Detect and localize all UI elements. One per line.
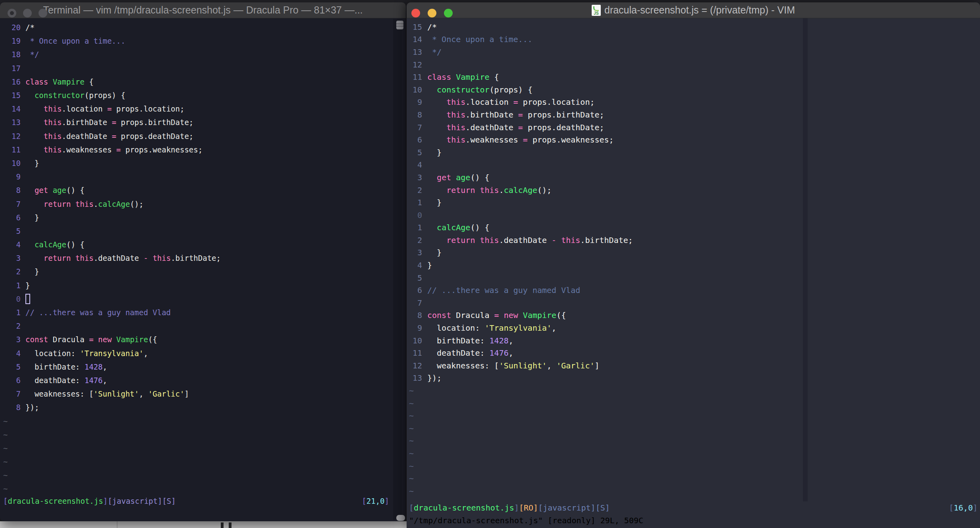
code-line[interactable]: 12 this.deathDate = props.deathDate;: [0, 129, 406, 143]
code-token: this: [44, 132, 62, 141]
code-token: {: [490, 72, 499, 82]
code-token: class: [25, 77, 48, 86]
macvim-buffer[interactable]: 15/*14 * Once upon a time...13 */1211cla…: [407, 21, 980, 497]
close-button[interactable]: [411, 9, 420, 17]
code-line[interactable]: 3 get age() {: [407, 171, 980, 184]
code-line[interactable]: 8const Dracula = new Vampire({: [407, 309, 980, 322]
code-token: [25, 118, 44, 127]
code-line[interactable]: 6// ...there was a guy named Vlad: [407, 284, 980, 297]
code-line[interactable]: 14 this.location = props.location;: [0, 102, 406, 116]
code-token: [25, 91, 35, 100]
code-line[interactable]: 2 return this.deathDate - this.birthDate…: [407, 234, 980, 247]
code-line[interactable]: 4 calcAge() {: [0, 238, 406, 251]
line-number: 18: [6, 50, 21, 59]
code-line[interactable]: 2 return this.calcAge();: [407, 184, 980, 197]
code-token: {: [85, 77, 94, 86]
code-line[interactable]: 15/*: [407, 21, 980, 33]
zoom-button[interactable]: [39, 9, 47, 17]
code-line[interactable]: 5 }: [407, 146, 980, 159]
code-line[interactable]: 11class Vampire {: [407, 71, 980, 83]
code-line[interactable]: 1 calcAge() {: [407, 222, 980, 234]
terminal-titlebar[interactable]: Terminal — vim /tmp/dracula-screenshot.j…: [0, 2, 406, 18]
minimize-button[interactable]: [23, 9, 32, 17]
code-line[interactable]: 18 */: [0, 48, 406, 61]
status-segment: [javascript]: [538, 503, 596, 513]
code-line[interactable]: 13 this.birthDate = props.birthDate;: [0, 116, 406, 129]
code-line[interactable]: 1// ...there was a guy named Vlad: [0, 306, 406, 319]
code-line[interactable]: 5: [0, 224, 406, 238]
code-line[interactable]: 12: [407, 58, 980, 71]
code-line[interactable]: 7 return this.calcAge();: [0, 197, 406, 210]
terminal-vim-statusline: [dracula-screenshot.js][javascript][S] […: [0, 494, 406, 508]
code-line[interactable]: 0: [407, 209, 980, 222]
code-line[interactable]: 16class Vampire {: [0, 75, 406, 89]
code-token: =: [518, 110, 523, 119]
code-line[interactable]: 4 location: 'Transylvania',: [0, 347, 406, 360]
code-line[interactable]: 12 weaknesses: ['Sunlight', 'Garlic']: [407, 359, 980, 372]
code-line[interactable]: 20/*: [0, 21, 406, 34]
code-line[interactable]: 3 return this.deathDate - this.birthDate…: [0, 251, 406, 265]
terminal-vim-buffer[interactable]: 20/*19 * Once upon a time...18 */1716cla…: [0, 21, 406, 496]
code-token: const: [25, 335, 48, 344]
document-proxy-icon[interactable]: JS: [592, 5, 601, 16]
code-line[interactable]: 8 get age() {: [0, 183, 406, 197]
code-token: ({: [148, 335, 157, 344]
code-token: 'Garlic': [148, 389, 185, 398]
code-token: });: [25, 403, 39, 412]
code-line[interactable]: 11 this.weaknesses = props.weaknesses;: [0, 143, 406, 156]
code-line[interactable]: 8});: [0, 401, 406, 414]
close-button[interactable]: [8, 9, 16, 17]
code-line[interactable]: 6 this.weaknesses = props.weaknesses;: [407, 133, 980, 146]
code-line[interactable]: 9: [0, 170, 406, 183]
code-line[interactable]: 7 this.deathDate = props.deathDate;: [407, 121, 980, 134]
code-token: }: [25, 159, 39, 168]
empty-buffer-line: ~: [0, 414, 406, 428]
zoom-button[interactable]: [444, 9, 453, 17]
code-line[interactable]: 11 deathDate: 1476,: [407, 347, 980, 359]
code-line[interactable]: 5 birthDate: 1428,: [0, 360, 406, 374]
code-line[interactable]: 19 * Once upon a time...: [0, 34, 406, 48]
code-line[interactable]: 1 }: [407, 196, 980, 209]
minimize-button[interactable]: [428, 9, 436, 17]
code-line[interactable]: 4: [407, 159, 980, 172]
code-line[interactable]: 10 }: [0, 156, 406, 170]
code-line[interactable]: 15 constructor(props) {: [0, 89, 406, 102]
macvim-titlebar[interactable]: JS dracula-screenshot.js = (/private/tmp…: [407, 2, 980, 18]
terminal-scrollbar-thumb[interactable]: [396, 21, 403, 29]
code-line[interactable]: 2: [0, 319, 406, 333]
code-line[interactable]: 3const Dracula = new Vampire({: [0, 333, 406, 346]
status-segment: [S]: [596, 503, 610, 513]
code-token: [25, 104, 44, 113]
code-line[interactable]: 5: [407, 272, 980, 284]
status-segment: 16,0: [954, 503, 973, 513]
code-token: props.birthDate;: [116, 118, 193, 127]
code-line[interactable]: 8 this.birthDate = props.birthDate;: [407, 108, 980, 121]
code-line[interactable]: 3 }: [407, 247, 980, 259]
empty-buffer-line: ~: [407, 422, 980, 435]
code-line[interactable]: 13});: [407, 372, 980, 385]
code-line[interactable]: 0: [0, 292, 406, 306]
code-token: age: [456, 173, 470, 182]
code-line[interactable]: 14 * Once upon a time...: [407, 33, 980, 46]
code-line[interactable]: 6 }: [0, 211, 406, 224]
code-line[interactable]: 10 birthDate: 1428,: [407, 334, 980, 347]
terminal-scrollbar-track[interactable]: [393, 19, 402, 520]
code-line[interactable]: 7: [407, 297, 980, 309]
line-number: 1: [6, 308, 21, 317]
code-line[interactable]: 17: [0, 62, 406, 75]
code-line[interactable]: 7 weaknesses: ['Sunlight', 'Garlic']: [0, 387, 406, 401]
code-line[interactable]: 2 }: [0, 265, 406, 278]
code-token: [427, 235, 446, 245]
code-line[interactable]: 9 location: 'Transylvania',: [407, 322, 980, 334]
code-line[interactable]: 6 deathDate: 1476,: [0, 374, 406, 387]
code-token: props.birthDate;: [523, 110, 604, 119]
code-token: .deathDate: [62, 132, 112, 141]
line-number: 7: [411, 298, 422, 308]
code-token: =: [523, 135, 528, 145]
line-number: 14: [6, 104, 21, 113]
code-line[interactable]: 13 */: [407, 46, 980, 58]
code-line[interactable]: 1}: [0, 279, 406, 292]
code-line[interactable]: 9 this.location = props.location;: [407, 96, 980, 109]
code-line[interactable]: 10 constructor(props) {: [407, 83, 980, 96]
code-line[interactable]: 4}: [407, 259, 980, 272]
